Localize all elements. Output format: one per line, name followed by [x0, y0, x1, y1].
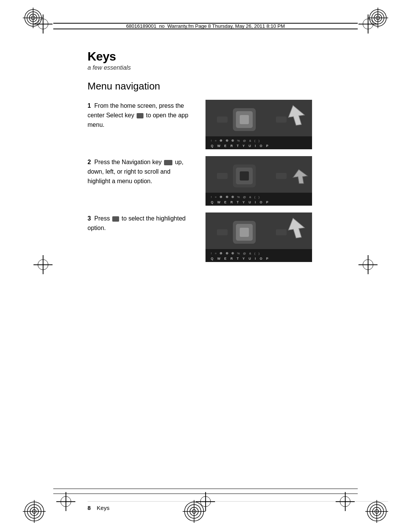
crosshair-mid-left [33, 255, 53, 274]
crosshair-bottom-left [56, 492, 75, 511]
section-title: Keys [88, 50, 388, 64]
crosshair-top-left [33, 14, 53, 34]
step-2-text: 2 Press the Navigation key up, down, lef… [88, 156, 194, 186]
svg-text:Q W E R T Y U I O P: Q W E R T Y U I O P [211, 200, 270, 204]
step-3-number: 3 [88, 215, 92, 222]
main-content: Keys a few essentials Menu navigation 1 … [88, 50, 388, 486]
step-2-image: ! = ❶ ❷ ❸ % @ & ( ) Q W E R T Y U I O P [206, 156, 312, 206]
svg-text:! = ❶ ❷ ❸ % @ & ( ): ! = ❶ ❷ ❸ % @ & ( ) [211, 139, 261, 142]
svg-rect-21 [276, 117, 287, 123]
step-1-number: 1 [88, 102, 92, 109]
step-3-row: 3 Press to select the highlighted option… [88, 212, 388, 262]
svg-text:! = ❶ ❷ ❸ % @ & ( ): ! = ❶ ❷ ❸ % @ & ( ) [211, 195, 261, 199]
step-3-image: ! = ❶ ❷ ❸ % @ & ( ) Q W E R T Y U I O P [206, 212, 312, 262]
select-key-icon-2 [112, 216, 119, 222]
svg-rect-19 [240, 115, 249, 124]
step-1-content: From the home screen, press the center S… [88, 102, 188, 128]
svg-rect-30 [240, 171, 249, 181]
crosshair-bottom-right [336, 492, 355, 511]
step-3-text: 3 Press to select the highlighted option… [88, 212, 194, 233]
step-2-content: Press the Navigation key up, down, left,… [88, 159, 183, 184]
step-3-content: Press to select the highlighted option. [88, 215, 186, 231]
sub-heading: Menu navigation [88, 80, 388, 92]
steps-container: 1 From the home screen, press the center… [88, 100, 388, 269]
step-1-text: 1 From the home screen, press the center… [88, 100, 194, 129]
step-2-row: 2 Press the Navigation key up, down, lef… [88, 156, 388, 206]
header-text: 68016189001_no_Warranty.fm Page 8 Thursd… [53, 23, 358, 29]
step-1-row: 1 From the home screen, press the center… [88, 100, 388, 149]
svg-text:Q W E R T Y U I O P: Q W E R T Y U I O P [211, 257, 270, 260]
footer-section-label: Keys [97, 505, 109, 511]
section-subtitle: a few essentials [88, 64, 388, 71]
svg-text:Q W E R T Y U I O P: Q W E R T Y U I O P [211, 144, 270, 148]
svg-text:! = ❶ ❷ ❸ % @ & ( ): ! = ❶ ❷ ❸ % @ & ( ) [211, 252, 261, 255]
svg-rect-31 [217, 173, 228, 179]
svg-rect-42 [217, 229, 228, 235]
nav-key-icon [164, 160, 172, 165]
svg-rect-43 [276, 229, 287, 235]
spiral-bottom-right [365, 500, 388, 524]
step-2-number: 2 [88, 159, 92, 165]
svg-rect-20 [217, 117, 228, 123]
footer-page-number: 8 [88, 505, 91, 511]
svg-rect-32 [276, 173, 287, 179]
select-key-icon [137, 113, 143, 118]
spiral-bottom-left [23, 500, 46, 524]
crosshair-top-right [358, 14, 378, 34]
spiral-bottom-mid [183, 500, 206, 524]
footer-line-top [53, 489, 358, 489]
step-1-image: ! = ❶ ❷ ❸ % @ & ( ) Q W E R T Y U I O P [206, 100, 312, 149]
svg-rect-41 [240, 228, 249, 237]
